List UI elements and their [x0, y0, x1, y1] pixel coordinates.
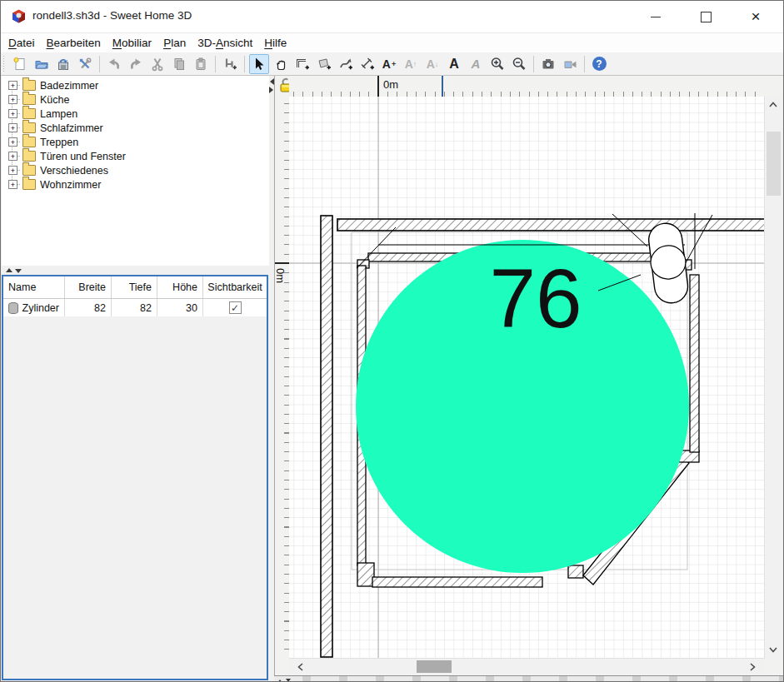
paste-icon — [193, 57, 208, 72]
tree-item-wohnzimmer[interactable]: +Wohnzimmer — [2, 177, 269, 192]
scroll-left-icon[interactable] — [296, 662, 306, 672]
create-video-button[interactable] — [560, 54, 580, 74]
vertical-scroll-thumb[interactable] — [767, 132, 781, 196]
toggle-italic-button[interactable]: A — [466, 54, 486, 74]
outer-wall-left[interactable] — [321, 216, 332, 657]
expand-icon[interactable]: + — [8, 180, 17, 189]
tree-item-verschiedenes[interactable]: +Verschiedenes — [2, 163, 269, 177]
zoom-out-button[interactable] — [509, 54, 529, 74]
decrease-text-size-button[interactable]: A↓ — [422, 54, 442, 74]
collapse-down-icon[interactable] — [286, 679, 291, 682]
toggle-bold-button[interactable]: A — [444, 54, 464, 74]
menu-3d-ansicht[interactable]: 3D-Ansicht — [192, 35, 258, 51]
folder-icon — [22, 165, 36, 176]
collapse-up-icon[interactable] — [277, 677, 282, 682]
help-button[interactable]: ? — [589, 54, 609, 74]
maximize-button[interactable] — [687, 1, 724, 32]
column-header-tiefe[interactable]: Tiefe — [112, 276, 157, 298]
plan-canvas[interactable]: 76 — [289, 97, 764, 659]
collapse-left-icon[interactable] — [267, 78, 274, 85]
create-walls-icon — [295, 57, 310, 72]
tree-item-tueren-und-fenster[interactable]: +Türen und Fenster — [2, 149, 269, 163]
scroll-right-icon[interactable] — [747, 662, 757, 672]
collapse-up-icon[interactable] — [6, 265, 12, 272]
undo-button[interactable] — [104, 54, 124, 74]
toolbar-separator — [584, 56, 585, 72]
cut-button[interactable] — [147, 54, 167, 74]
column-header-hoehe[interactable]: Höhe — [157, 276, 203, 298]
menu-plan[interactable]: Plan — [157, 35, 192, 51]
column-header-breite[interactable]: Breite — [65, 276, 112, 298]
scroll-up-icon[interactable] — [767, 100, 779, 110]
create-photo-button[interactable] — [538, 54, 558, 74]
menu-mobiliar[interactable]: Mobiliar — [107, 35, 157, 51]
ruler-origin-mark — [275, 262, 289, 264]
minimize-icon — [651, 17, 661, 17]
open-button[interactable] — [32, 54, 52, 74]
outer-wall-top[interactable] — [337, 219, 764, 231]
folder-icon — [22, 122, 36, 133]
folder-icon — [22, 94, 36, 105]
tree-item-treppen[interactable]: +Treppen — [2, 135, 269, 149]
horizontal-scroll-thumb[interactable] — [417, 660, 452, 673]
select-tool-button[interactable] — [249, 54, 269, 74]
redo-icon — [128, 57, 143, 72]
tree-item-schlafzimmer[interactable]: +Schlafzimmer — [2, 121, 269, 135]
horizontal-scrollbar[interactable] — [289, 658, 764, 675]
minimize-button[interactable] — [637, 1, 674, 32]
tree-item-lampen[interactable]: +Lampen — [2, 107, 269, 121]
paste-button[interactable] — [191, 54, 211, 74]
create-dimensions-button[interactable] — [357, 54, 377, 74]
create-walls-button[interactable] — [292, 54, 312, 74]
expand-icon[interactable]: + — [8, 95, 17, 104]
menu-hilfe[interactable]: Hilfe — [258, 35, 292, 51]
increase-text-size-button[interactable]: A↑ — [401, 54, 421, 74]
preferences-button[interactable] — [75, 54, 95, 74]
open-folder-icon — [34, 57, 49, 72]
expand-icon[interactable]: + — [8, 123, 17, 132]
folder-icon — [22, 108, 36, 119]
redo-button[interactable] — [126, 54, 146, 74]
new-home-button[interactable] — [10, 54, 30, 74]
add-text-button[interactable]: A+ — [379, 54, 399, 74]
furniture-catalog-tree: +Badezimmer +Küche +Lampen +Schlafzimmer… — [2, 76, 269, 266]
expand-icon[interactable]: + — [8, 152, 17, 161]
expand-icon[interactable]: + — [8, 166, 17, 175]
expand-icon[interactable]: + — [8, 109, 17, 118]
vertical-ruler: 0m — [275, 97, 289, 659]
folder-icon — [22, 179, 36, 190]
toolbar-separator — [215, 56, 216, 72]
inner-wall-bottom[interactable] — [372, 577, 542, 587]
horizontal-ruler: 0m — [289, 76, 764, 97]
zoom-in-icon — [490, 57, 505, 72]
scroll-down-icon[interactable] — [767, 645, 779, 655]
toolbar-drag-handle[interactable] — [2, 55, 6, 73]
tree-item-badezimmer[interactable]: +Badezimmer — [2, 78, 269, 92]
expand-icon[interactable]: + — [8, 81, 17, 90]
plan-3dview-splitter[interactable] — [274, 675, 784, 682]
close-button[interactable]: × — [737, 1, 774, 32]
add-furniture-button[interactable] — [220, 54, 240, 74]
table-row[interactable]: Zylinder 82 82 30 ✓ — [3, 299, 267, 316]
create-polylines-button[interactable] — [336, 54, 356, 74]
add-furniture-icon — [222, 57, 237, 72]
save-button[interactable] — [53, 54, 73, 74]
pan-tool-button[interactable] — [271, 54, 291, 74]
column-header-name[interactable]: Name — [3, 276, 65, 298]
vertical-scrollbar[interactable] — [764, 97, 782, 659]
menu-datei[interactable]: Datei — [2, 35, 41, 51]
create-dimensions-icon — [360, 57, 375, 72]
inner-wall-step-bl[interactable] — [357, 563, 374, 586]
create-rooms-button[interactable] — [314, 54, 334, 74]
tree-item-kueche[interactable]: +Küche — [2, 92, 269, 107]
copy-button[interactable] — [169, 54, 189, 74]
menu-bearbeiten[interactable]: Bearbeiten — [41, 35, 107, 51]
video-camera-icon — [562, 57, 577, 72]
visibility-checkbox[interactable]: ✓ — [229, 301, 242, 314]
inner-wall-right[interactable] — [690, 275, 699, 452]
catalog-furniture-splitter[interactable] — [2, 266, 269, 275]
zoom-in-button[interactable] — [487, 54, 507, 74]
expand-icon[interactable]: + — [8, 137, 17, 147]
inner-wall-step-br[interactable] — [568, 565, 583, 578]
column-header-sichtbarkeit[interactable]: Sichtbarkeit — [203, 276, 267, 298]
